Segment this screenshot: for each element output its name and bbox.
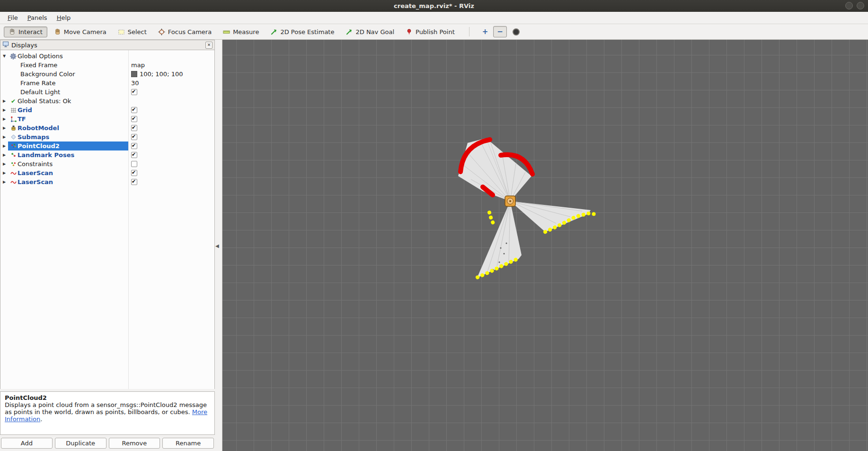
display-row-robotmodel[interactable]: ▶ RobotModel ✔ [0, 124, 214, 133]
property-row-background-color[interactable]: Background Color 100; 100; 100 [0, 70, 214, 79]
interact-tool-button[interactable]: Interact [4, 27, 47, 37]
3d-viewport[interactable] [222, 40, 868, 451]
focus-camera-tool-button[interactable]: Focus Camera [153, 27, 216, 37]
display-row-laserscan-2[interactable]: ▶ LaserScan ✔ [0, 177, 214, 186]
expand-right-icon[interactable]: ▶ [0, 135, 8, 139]
remove-button[interactable]: Remove [109, 438, 160, 449]
background-color-value[interactable]: 100; 100; 100 [140, 71, 183, 78]
laserscan1-enabled-checkbox[interactable]: ✔ [131, 170, 137, 176]
expand-right-icon[interactable]: ▶ [0, 126, 8, 130]
robot-icon [9, 124, 18, 132]
displays-panel-icon [2, 41, 9, 49]
display-row-pointcloud2[interactable]: ▶ PointCloud2 ✔ [0, 141, 214, 150]
submaps-diamond-icon [9, 133, 18, 141]
display-row-submaps[interactable]: ▶ Submaps ✔ [0, 133, 214, 141]
panel-splitter[interactable]: ◀ [215, 40, 222, 451]
move-camera-hand-icon [54, 28, 61, 35]
expand-right-icon[interactable]: ▶ [0, 99, 8, 103]
displays-button-row: Add Duplicate Remove Rename [0, 435, 215, 451]
publish-point-tool-button[interactable]: Publish Point [401, 27, 460, 37]
expand-right-icon[interactable]: ▶ [0, 153, 8, 157]
camera-lens-icon[interactable] [513, 28, 520, 35]
laserscan2-enabled-checkbox[interactable]: ✔ [131, 179, 137, 185]
display-label: Landmark Poses [18, 151, 74, 159]
displays-panel: Displays ✕ ▼ Global Options [0, 40, 215, 451]
titlebar: create_map.rviz* - RViz [0, 0, 868, 12]
add-tool-button[interactable]: + [479, 27, 492, 37]
toolbar-separator [469, 27, 469, 36]
frame-rate-value[interactable]: 30 [131, 80, 139, 87]
constraints-enabled-checkbox[interactable]: ✔ [131, 161, 137, 167]
display-row-global-options[interactable]: ▼ Global Options [0, 52, 214, 61]
landmark-poses-enabled-checkbox[interactable]: ✔ [131, 152, 137, 158]
grid-enabled-checkbox[interactable]: ✔ [131, 107, 137, 113]
expand-right-icon[interactable]: ▶ [0, 180, 8, 184]
rviz-window: create_map.rviz* - RViz File Panels Help… [0, 0, 868, 451]
expand-right-icon[interactable]: ▶ [0, 162, 8, 166]
fixed-frame-value[interactable]: map [131, 62, 145, 69]
display-row-laserscan-1[interactable]: ▶ LaserScan ✔ [0, 168, 214, 177]
display-row-landmark-poses[interactable]: ▶ Landmark Poses ✔ [0, 150, 214, 159]
tool-label: Move Camera [64, 28, 106, 35]
display-label: Global Options [18, 53, 63, 60]
nav-goal-tool-button[interactable]: 2D Nav Goal [341, 27, 399, 37]
color-swatch[interactable] [131, 71, 137, 77]
expand-right-icon[interactable]: ▶ [0, 108, 8, 112]
laserscan-icon [9, 178, 18, 186]
robot-model [505, 196, 515, 206]
display-row-tf[interactable]: ▶ TF ✔ [0, 115, 214, 124]
submap-fan-lower [477, 201, 522, 278]
grid-icon [9, 106, 18, 114]
menu-help[interactable]: Help [52, 13, 76, 23]
global-status-label: Global Status: Ok [18, 97, 71, 105]
submaps-enabled-checkbox[interactable]: ✔ [131, 134, 137, 140]
display-label: TF [18, 115, 26, 123]
property-label: Frame Rate [20, 80, 55, 87]
expand-right-icon[interactable]: ▶ [0, 171, 8, 175]
hand-icon [9, 28, 16, 35]
property-row-default-light[interactable]: Default Light ✔ [0, 88, 214, 97]
add-button[interactable]: Add [1, 438, 53, 449]
toolbar: Interact Move Camera Select Focus Camera… [0, 24, 868, 40]
displays-panel-title: Displays [11, 42, 203, 49]
select-tool-button[interactable]: Select [113, 27, 151, 37]
property-row-frame-rate[interactable]: Frame Rate 30 [0, 79, 214, 88]
window-control-icon[interactable] [845, 2, 853, 9]
menu-file[interactable]: File [3, 13, 23, 23]
default-light-checkbox[interactable]: ✔ [131, 89, 137, 95]
tf-axes-icon [9, 115, 18, 123]
tool-label: Focus Camera [168, 28, 212, 35]
displays-panel-header[interactable]: Displays ✕ [0, 40, 215, 50]
display-label: Constraints [18, 160, 53, 168]
duplicate-button[interactable]: Duplicate [55, 438, 106, 449]
robotmodel-enabled-checkbox[interactable]: ✔ [131, 125, 137, 131]
measure-tool-button[interactable]: Measure [218, 27, 264, 37]
tf-enabled-checkbox[interactable]: ✔ [131, 116, 137, 122]
expand-down-icon[interactable]: ▼ [0, 54, 8, 58]
green-arrow-icon [345, 28, 353, 35]
display-label: RobotModel [18, 124, 59, 132]
move-camera-tool-button[interactable]: Move Camera [49, 27, 111, 37]
rename-button[interactable]: Rename [162, 438, 214, 449]
close-icon[interactable]: ✕ [205, 42, 213, 49]
expand-right-icon[interactable]: ▶ [0, 144, 8, 148]
display-row-grid[interactable]: ▶ Grid ✔ [0, 106, 214, 115]
display-row-constraints[interactable]: ▶ Constraints ✔ [0, 159, 214, 168]
window-control-icon[interactable] [857, 2, 864, 9]
select-box-icon [118, 28, 125, 35]
description-title: PointCloud2 [5, 394, 47, 401]
status-ok-check-icon: ✔ [9, 97, 18, 105]
menubar: File Panels Help [0, 12, 868, 24]
description-body: Displays a point cloud from a sensor_msg… [5, 401, 207, 416]
splitter-collapse-icon[interactable]: ◀ [215, 243, 219, 248]
row-global-status[interactable]: ▶ ✔ Global Status: Ok [0, 97, 214, 106]
tool-label: 2D Nav Goal [355, 28, 394, 35]
pointcloud-dots-icon [9, 142, 18, 150]
property-row-fixed-frame[interactable]: Fixed Frame map [0, 61, 214, 70]
expand-right-icon[interactable]: ▶ [0, 117, 8, 121]
menu-panels[interactable]: Panels [23, 13, 52, 23]
pose-estimate-tool-button[interactable]: 2D Pose Estimate [266, 27, 339, 37]
pointcloud2-enabled-checkbox[interactable]: ✔ [131, 143, 137, 149]
remove-tool-button[interactable]: − [493, 26, 507, 37]
displays-tree: ▼ Global Options Fixed Frame map [0, 50, 215, 389]
